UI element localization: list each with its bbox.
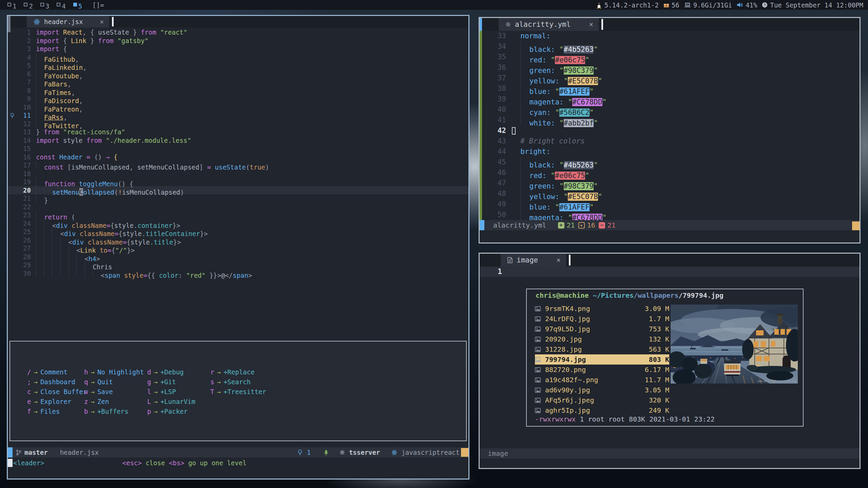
code-line[interactable]: 46 red: "#e06c75" — [480, 168, 860, 178]
code-line[interactable]: 5FaLinkedin, — [8, 61, 468, 70]
code-line[interactable]: 13} from "react-icons/fa" — [8, 128, 468, 136]
code-line[interactable]: 33 normal: — [480, 31, 860, 41]
code-line[interactable]: 4FaGithub, — [8, 53, 468, 62]
whichkey-item[interactable]: f→Files — [27, 407, 84, 416]
code-line[interactable]: 44 bright: — [480, 147, 860, 157]
whichkey-item[interactable]: w→Save — [84, 387, 147, 397]
whichkey-item[interactable]: T→+Treesitter — [210, 387, 266, 397]
lsp-server-name[interactable]: tsserver — [349, 449, 380, 456]
code-line[interactable]: 50 magenta: "#C678DD" — [480, 210, 860, 220]
whichkey-item[interactable]: p→+Packer — [147, 407, 210, 416]
close-icon[interactable]: × — [556, 256, 561, 264]
workspace-5[interactable]: 5 — [73, 2, 82, 10]
code-line[interactable]: 9FaDiscord, — [8, 95, 468, 103]
code-line[interactable]: 34 black: "#4b5263" — [480, 41, 860, 52]
code-area[interactable]: 1 — [480, 267, 860, 277]
code-line[interactable]: 41 white: "#abb2bf" — [480, 115, 860, 125]
workspace-2[interactable]: 2 — [24, 2, 33, 10]
file-row[interactable]: 9rsmTK4.png3.09 M — [535, 304, 669, 314]
whichkey-item[interactable]: /→Comment — [27, 367, 84, 377]
code-line[interactable]: 42 — [480, 125, 860, 136]
close-icon[interactable]: × — [100, 18, 103, 25]
whichkey-item[interactable]: g→+Git — [147, 377, 210, 387]
code-line[interactable]: 20setMenuCollapsed(!isMenuCollapsed) — [8, 186, 468, 195]
code-line[interactable]: 10FaPatreon, — [8, 103, 468, 112]
code-line[interactable]: 8FaTimes, — [8, 86, 468, 95]
whichkey-item[interactable]: h→No Highlight — [84, 367, 147, 377]
code-line[interactable]: 35 red: "#e06c75" — [480, 52, 860, 62]
code-line[interactable]: 49 blue: "#61AFEF" — [480, 199, 860, 210]
code-line[interactable]: 1 — [480, 267, 860, 277]
scrollbar-thumb[interactable] — [852, 221, 860, 230]
file-row[interactable]: a19c482f~.png11.7 M — [535, 375, 669, 385]
whichkey-item[interactable]: s→+Search — [210, 377, 266, 387]
whichkey-item[interactable]: c→Close Buffer — [27, 387, 84, 397]
whichkey-item[interactable]: q→Quit — [84, 377, 147, 387]
code-line[interactable]: 6FaYoutube, — [8, 70, 468, 78]
code-line[interactable]: 47 green: "#98C379" — [480, 178, 860, 189]
code-line[interactable]: 37 yellow: "#E5C07B" — [480, 73, 860, 83]
code-line[interactable]: 48 yellow: "#E5C07B" — [480, 189, 860, 199]
code-line[interactable]: 38 blue: "#61AFEF" — [480, 83, 860, 94]
tab-alacritty-yml[interactable]: alacritty.yml × — [499, 18, 599, 31]
whichkey-item[interactable]: e→Explorer — [27, 397, 84, 407]
whichkey-item[interactable]: r→+Replace — [210, 367, 266, 377]
code-line[interactable]: 24<div className={style.container}> — [8, 219, 468, 228]
file-row[interactable]: 20920.jpg132 K — [535, 334, 669, 344]
tab-image[interactable]: image × — [501, 254, 566, 267]
file-row[interactable]: 97q9L5D.jpg753 K — [535, 324, 669, 334]
git-branch-name[interactable]: master — [24, 449, 48, 456]
code-line[interactable]: 11FaRss, — [8, 111, 468, 120]
file-row[interactable]: ad6v90y.jpg3.05 M — [535, 385, 669, 395]
code-line[interactable]: 30<span style={{ color: "red" }}>@</span… — [8, 269, 468, 278]
code-line[interactable]: 19function toggleMenu() { — [8, 178, 468, 186]
code-line[interactable]: 28<h4> — [8, 253, 468, 261]
whichkey-item[interactable]: ;→Dashboard — [27, 377, 84, 387]
code-line[interactable]: 1import React, { useState } from "react" — [8, 28, 468, 37]
code-line[interactable]: 27<Link to={"/"}> — [8, 244, 468, 253]
whichkey-item[interactable]: d→+Debug — [147, 367, 210, 377]
code-line[interactable]: 43 # Bright colors — [480, 136, 860, 147]
code-line[interactable]: 15 — [8, 144, 468, 153]
file-row[interactable]: 882720.png6.17 M — [535, 365, 669, 375]
code-area[interactable]: 1import React, { useState } from "react"… — [8, 28, 468, 277]
code-line[interactable]: 23return ( — [8, 211, 468, 219]
file-row[interactable]: AFq5r6j.jpeg320 K — [535, 395, 669, 405]
code-line[interactable]: 45 black: "#4b5263" — [480, 157, 860, 168]
code-line[interactable]: 18 — [8, 170, 468, 178]
file-row[interactable]: aghr5Ip.jpg249 K — [535, 405, 669, 415]
workspace-4[interactable]: 4 — [57, 2, 65, 10]
whichkey-item[interactable]: l→+LSP — [147, 387, 210, 397]
whichkey-item[interactable]: L→+LunarVim — [147, 397, 210, 407]
code-area[interactable]: 33 normal:34 black: "#4b5263"35 red: "#e… — [480, 31, 860, 220]
workspace-1[interactable]: 1 — [7, 2, 16, 10]
lightbulb-icon[interactable] — [8, 111, 17, 120]
code-line[interactable]: 14import style from "./header.module.les… — [8, 136, 468, 145]
diagnostic-count[interactable]: 1 — [307, 449, 310, 456]
file-row-selected[interactable]: 799794.jpg803 K — [535, 354, 669, 365]
code-line[interactable]: 16const Header = () ⇒ { — [8, 153, 468, 161]
code-line[interactable]: 22 — [8, 203, 468, 211]
scrollbar-thumb[interactable] — [461, 448, 468, 457]
code-line[interactable]: 40 cyan: "#56B6C2" — [480, 104, 860, 115]
code-line[interactable]: 26<div className={style.title}> — [8, 236, 468, 245]
whichkey-item[interactable]: z→Zen — [84, 397, 147, 407]
file-row[interactable]: 31228.jpg563 K — [535, 344, 669, 354]
code-line[interactable]: 21} — [8, 194, 468, 203]
code-line[interactable]: 7FaBars, — [8, 78, 468, 86]
code-line[interactable]: 39 magenta: "#C678DD" — [480, 94, 860, 104]
file-row[interactable]: 24LrDFQ.jpg1.7 M — [535, 314, 669, 324]
yaml-scroll-indicator[interactable] — [480, 18, 482, 31]
code-line[interactable]: 25<div className={style.titleContainer}> — [8, 228, 468, 236]
tab-header-jsx[interactable]: header.jsx × — [27, 16, 109, 27]
command-line[interactable]: <leader> <esc> close <bs> go up one leve… — [8, 457, 468, 468]
code-line[interactable]: 17const [isMenuCollapsed, setMenuCollaps… — [8, 161, 468, 170]
close-icon[interactable]: × — [589, 20, 593, 28]
code-line[interactable]: 2import { Link } from "gatsby" — [8, 37, 468, 45]
code-line[interactable]: 3import { — [8, 45, 468, 53]
whichkey-item[interactable]: b→+Buffers — [84, 407, 147, 416]
code-line[interactable]: 29Chris — [8, 261, 468, 269]
code-line[interactable]: 12FaTwitter, — [8, 120, 468, 128]
code-line[interactable]: 36 green: "#98C379" — [480, 62, 860, 73]
workspace-3[interactable]: 3 — [40, 2, 49, 10]
